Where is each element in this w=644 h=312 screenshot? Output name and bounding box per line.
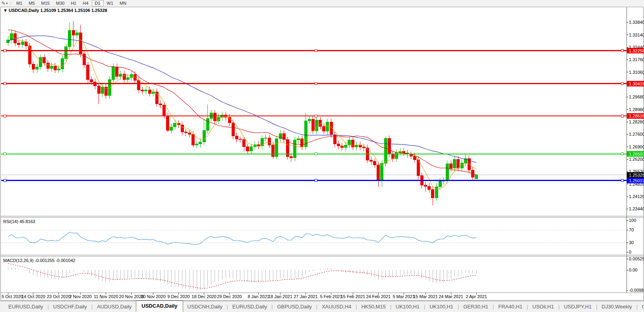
candle-up <box>326 122 329 131</box>
chart-tab-usoil-h1[interactable]: USOil,H1 <box>528 302 558 311</box>
candle-up <box>250 147 253 151</box>
line-handle[interactable] <box>4 153 6 155</box>
line-handle[interactable] <box>4 50 6 52</box>
line-handle[interactable] <box>315 153 317 155</box>
chart-tab-eurusd-daily[interactable]: EURUSD,Daily <box>4 302 47 311</box>
timeframe-button-m15[interactable]: M15 <box>38 0 53 6</box>
candle-up <box>61 58 64 69</box>
rsi-axis-label: 70 <box>629 227 634 232</box>
chart-tabs-bar: EURUSD,Daily|USDCHF,Daily|AUDUSD,DailyUS… <box>0 301 644 312</box>
chart-tab-uk100-h1[interactable]: UK100,H1 <box>425 302 458 311</box>
timeframe-button-d1[interactable]: D1 <box>92 0 104 6</box>
chart-tab-dj30-weekly[interactable]: DJ30,Weekly <box>597 302 636 311</box>
date-axis-label: 29 Dec 2020 <box>217 294 242 299</box>
line-handle[interactable] <box>621 83 623 85</box>
candle-down <box>155 92 158 104</box>
chart-tab-hk50-m15[interactable]: HK50,M15 <box>357 302 390 311</box>
line-handle[interactable] <box>621 153 623 155</box>
price-axis-label: 1.27600 <box>629 132 644 137</box>
chart-tab-usdjpy-h1[interactable]: USDJPY,H1 <box>559 302 596 311</box>
candle-down <box>340 146 343 148</box>
chart-tab-usdchf-daily[interactable]: USDCHF,Daily <box>49 302 91 311</box>
price-level-badge-text: 1.30415 <box>629 81 644 86</box>
candle-up <box>308 119 311 121</box>
price-axis-label: 1.33140 <box>629 33 644 37</box>
date-axis-label: 27 Jan 2021 <box>294 294 318 299</box>
price-axis-label: 1.33840 <box>629 20 644 25</box>
current-price-badge-text: 1.25328 <box>629 173 644 177</box>
date-axis-label: 5 Feb 2021 <box>320 294 342 299</box>
line-handle[interactable] <box>621 50 623 52</box>
candle-down <box>232 123 234 136</box>
timeframe-button-w1[interactable]: W1 <box>104 0 117 6</box>
candle-up <box>119 74 122 76</box>
timeframe-button-m1[interactable]: M1 <box>13 0 25 6</box>
timeframe-toolbar: ✎▾⁞M1M5M15M30H1H4D1W1MN <box>0 0 644 7</box>
line-handle[interactable] <box>315 115 317 117</box>
candle-down <box>25 42 27 46</box>
candle-down <box>450 164 453 168</box>
timeframe-button-m30[interactable]: M30 <box>53 0 68 6</box>
candle-up <box>101 87 104 94</box>
candle-up <box>439 181 441 187</box>
line-handle[interactable] <box>315 50 317 52</box>
candle-up <box>279 133 282 139</box>
candle-down <box>359 145 362 147</box>
candle-up <box>174 123 176 127</box>
candle-down <box>337 144 340 146</box>
macd-axis-label: -0.009816 <box>629 288 644 293</box>
rsi-axis-label: 30 <box>629 240 634 245</box>
date-axis-label: 23 Oct 2020 <box>47 294 71 299</box>
candle-down <box>246 147 249 151</box>
candle-down <box>123 74 126 80</box>
chart-tab-xauusd-h4[interactable]: XAUUSD,H4 <box>317 302 356 311</box>
chart-tab-fra40-h1[interactable]: FRA40,H1 <box>494 302 527 311</box>
candle-up <box>7 40 10 43</box>
timeframe-button-h4[interactable]: H4 <box>79 0 91 6</box>
price-axis-label: 1.31760 <box>629 57 644 62</box>
candle-down <box>148 90 151 93</box>
line-handle[interactable] <box>621 179 623 182</box>
date-axis-label: 5 Mar 2021 <box>393 294 415 299</box>
candle-down <box>116 67 118 76</box>
candle-down <box>235 136 238 139</box>
price-axis-label: 1.23440 <box>629 206 644 211</box>
date-axis-label: 9 Dec 2020 <box>167 294 190 299</box>
chart-tab-eurusd-daily[interactable]: EURUSD,Daily <box>228 302 271 311</box>
candle-down <box>181 125 184 132</box>
draw-tool-icon[interactable]: ✎ <box>0 0 6 6</box>
candle-down <box>72 31 75 35</box>
candle-down <box>333 135 336 144</box>
line-handle[interactable] <box>315 179 317 182</box>
timeframe-button-mn[interactable]: MN <box>116 0 130 6</box>
line-handle[interactable] <box>4 83 6 85</box>
line-handle[interactable] <box>4 115 6 117</box>
candle-up <box>112 67 115 80</box>
timeframe-button-h1[interactable]: H1 <box>68 0 79 6</box>
candle-down <box>214 113 217 121</box>
candle-down <box>272 145 275 156</box>
candle-up <box>355 145 358 147</box>
candle-down <box>87 65 89 80</box>
candle-up <box>68 31 71 47</box>
candle-down <box>257 144 260 146</box>
candle-down <box>243 140 246 147</box>
chart-tab-usdcnh-daily[interactable]: USDCNH,Daily <box>183 302 227 311</box>
chart-tab-audusd-daily[interactable]: AUDUSD,Daily <box>93 302 136 311</box>
chart-tab-uk100-h1[interactable]: UK100,H1 <box>391 302 424 311</box>
chart-tab-china300-h1[interactable]: CHINA300,H1 <box>638 302 644 311</box>
chart-tab-usdcad-daily[interactable]: USDCAD,Daily <box>136 300 183 312</box>
candle-down <box>43 58 46 63</box>
timeframe-button-m5[interactable]: M5 <box>25 0 38 6</box>
line-handle[interactable] <box>621 115 623 117</box>
chart-tab-gbpusd-daily[interactable]: GBPUSD,Daily <box>273 302 316 311</box>
dropdown-arrow-icon[interactable]: ▾ <box>6 2 9 5</box>
candle-up <box>446 164 449 181</box>
line-handle[interactable] <box>315 83 317 85</box>
candle-up <box>475 175 478 179</box>
candle-down <box>431 189 434 198</box>
candle-down <box>32 64 35 69</box>
date-axis-label: 18 Dec 2020 <box>191 294 216 299</box>
line-handle[interactable] <box>4 179 6 182</box>
chart-tab-ger30-h1[interactable]: GER30,H1 <box>459 302 493 311</box>
